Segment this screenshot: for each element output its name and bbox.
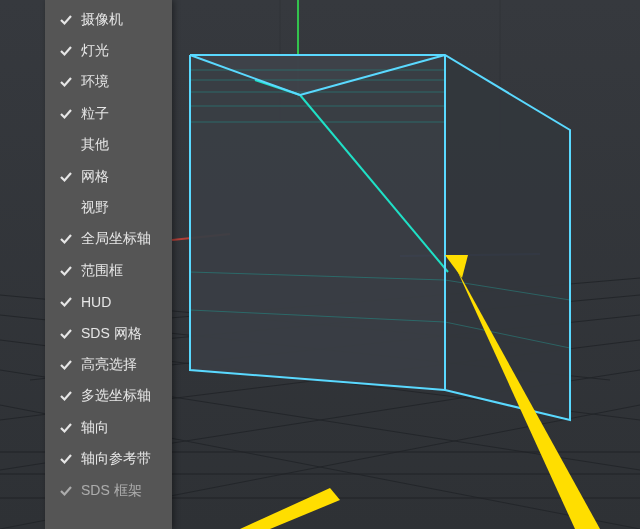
check-icon [59,232,73,246]
check-icon [59,389,73,403]
check-icon [59,107,73,121]
menu-item-label: 灯光 [81,42,109,60]
menu-item-label: 轴向 [81,419,109,437]
svg-marker-22 [190,55,445,95]
svg-marker-20 [190,55,445,390]
svg-marker-38 [456,268,600,529]
menu-item-label: 其他 [81,136,109,154]
menu-item-bbox[interactable]: 范围框 [45,255,172,286]
menu-item-label: SDS 框架 [81,482,142,500]
menu-item-grid[interactable]: 网格 [45,161,172,192]
menu-item-multi-axis[interactable]: 多选坐标轴 [45,381,172,412]
menu-item-label: 范围框 [81,262,123,280]
menu-item-light[interactable]: 灯光 [45,35,172,66]
menu-item-hud[interactable]: HUD [45,287,172,318]
viewport-3d[interactable]: 摄像机 灯光 环境 粒子 其他 网格 [0,0,640,529]
check-icon [59,484,73,498]
menu-item-label: 摄像机 [81,11,123,29]
cube [190,55,570,420]
svg-line-31 [445,322,570,348]
check-icon [59,452,73,466]
menu-item-axis[interactable]: 轴向 [45,412,172,443]
svg-marker-37 [445,255,468,278]
menu-item-label: 全局坐标轴 [81,230,151,248]
check-icon [59,13,73,27]
check-icon [59,138,73,152]
svg-line-8 [170,278,640,318]
check-icon [59,75,73,89]
svg-line-36 [300,55,445,95]
check-icon [59,295,73,309]
svg-line-30 [445,280,570,300]
svg-line-7 [100,295,640,345]
svg-marker-39 [240,488,340,529]
menu-item-label: SDS 网格 [81,325,142,343]
menu-item-fov[interactable]: 视野 [45,192,172,223]
menu-item-camera[interactable]: 摄像机 [45,4,172,35]
menu-item-label: 多选坐标轴 [81,387,151,405]
check-icon [59,201,73,215]
world-axes [172,0,540,256]
menu-item-global-axis[interactable]: 全局坐标轴 [45,224,172,255]
svg-line-32 [300,95,448,272]
svg-line-19 [400,254,540,256]
menu-item-axis-band[interactable]: 轴向参考带 [45,443,172,474]
display-filter-menu[interactable]: 摄像机 灯光 环境 粒子 其他 网格 [45,0,172,529]
menu-item-sds-grid[interactable]: SDS 网格 [45,318,172,349]
menu-item-label: 轴向参考带 [81,450,151,468]
menu-item-label: HUD [81,294,111,310]
svg-line-29 [190,310,445,322]
check-icon [59,327,73,341]
svg-marker-21 [445,55,570,420]
check-icon [59,264,73,278]
menu-item-environment[interactable]: 环境 [45,67,172,98]
menu-item-particles[interactable]: 粒子 [45,98,172,129]
menu-item-highlight[interactable]: 高亮选择 [45,349,172,380]
menu-item-other[interactable]: 其他 [45,130,172,161]
check-icon [59,170,73,184]
check-icon [59,358,73,372]
svg-line-28 [190,272,445,280]
menu-item-sds-frame[interactable]: SDS 框架 [45,475,172,506]
menu-item-label: 视野 [81,199,109,217]
svg-line-35 [190,55,300,95]
menu-item-label: 环境 [81,73,109,91]
svg-line-33 [255,80,300,95]
menu-item-label: 高亮选择 [81,356,137,374]
svg-line-17 [172,234,230,240]
check-icon [59,44,73,58]
check-icon [59,421,73,435]
menu-item-label: 粒子 [81,105,109,123]
menu-item-label: 网格 [81,168,109,186]
